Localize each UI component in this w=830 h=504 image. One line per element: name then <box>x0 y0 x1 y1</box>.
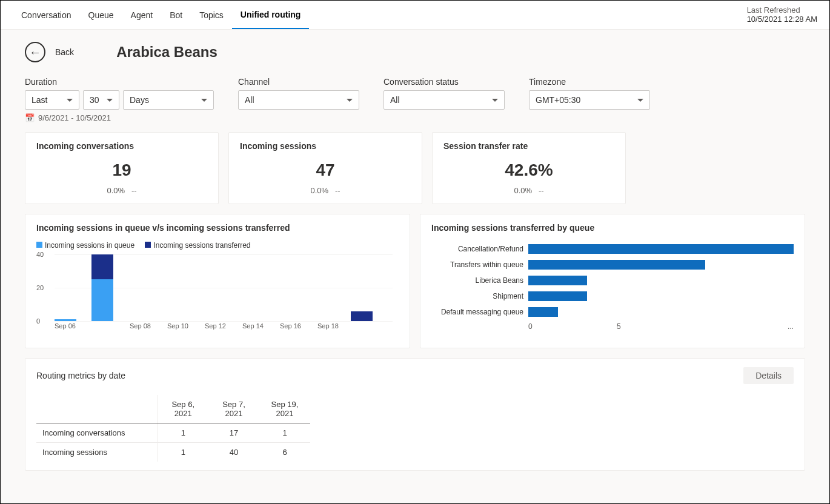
channel-label: Channel <box>238 77 359 87</box>
hbar-fill <box>528 291 587 301</box>
bar-segment <box>91 254 113 279</box>
hbar-fill <box>528 260 705 270</box>
tab-unified-routing[interactable]: Unified routing <box>232 1 310 29</box>
hbar-label: Default messaging queue <box>431 308 528 316</box>
duration-count-select[interactable]: 30 <box>83 90 119 110</box>
duration-label: Duration <box>25 77 214 87</box>
routing-metrics-table: Sep 6, 2021Sep 7, 2021Sep 19, 2021 Incom… <box>36 395 310 462</box>
kpi-incoming-conversations-value: 19 <box>36 161 207 180</box>
tab-topics[interactable]: Topics <box>191 2 232 28</box>
channel-select[interactable]: All <box>238 90 359 110</box>
last-refreshed-value: 10/5/2021 12:28 AM <box>747 15 817 24</box>
conv-status-select[interactable]: All <box>383 90 505 110</box>
hbar-label: Cancellation/Refund <box>431 245 528 253</box>
kpi-incoming-conversations: Incoming conversations 19 0.0% -- <box>25 132 219 204</box>
hbar-label: Shipment <box>431 292 528 300</box>
tab-bot[interactable]: Bot <box>161 2 191 28</box>
hbar-fill <box>528 244 794 254</box>
page-title: Arabica Beans <box>116 44 217 61</box>
back-arrow-icon: ← <box>25 42 45 62</box>
back-label: Back <box>55 47 74 57</box>
timezone-select[interactable]: GMT+05:30 <box>529 90 650 110</box>
routing-metrics-table-card: Routing metrics by date Details Sep 6, 2… <box>25 358 805 471</box>
duration-mode-select[interactable]: Last <box>25 90 79 110</box>
duration-unit-select[interactable]: Days <box>123 90 214 110</box>
conv-status-label: Conversation status <box>383 77 505 87</box>
kpi-session-transfer-rate: Session transfer rate 42.6% 0.0% -- <box>432 132 626 204</box>
legend-swatch-in-queue <box>36 242 42 248</box>
bar-segment <box>91 279 113 321</box>
back-button[interactable]: ← Back <box>25 42 74 62</box>
timezone-label: Timezone <box>529 77 650 87</box>
table-row: Incoming sessions1406 <box>36 443 310 462</box>
legend-swatch-transferred <box>145 242 151 248</box>
hbar-label: Liberica Beans <box>431 276 528 285</box>
chart-transferred-by-queue: Incoming sessions transferred by queue C… <box>420 214 805 348</box>
kpi-incoming-sessions-value: 47 <box>240 161 411 180</box>
chart-sessions-vs-transferred: Incoming sessions in queue v/s incoming … <box>25 214 410 348</box>
last-refreshed: Last Refreshed 10/5/2021 12:28 AM <box>747 5 817 24</box>
tab-bar: Conversation Queue Agent Bot Topics Unif… <box>1 1 829 30</box>
hbar-fill <box>528 307 558 317</box>
kpi-session-transfer-rate-value: 42.6% <box>443 161 614 180</box>
date-range-text: 9/6/2021 - 10/5/2021 <box>38 113 111 122</box>
tab-conversation[interactable]: Conversation <box>13 2 80 28</box>
hbar-label: Transfers within queue <box>431 260 528 269</box>
bar-segment <box>351 311 373 322</box>
kpi-incoming-sessions: Incoming sessions 47 0.0% -- <box>228 132 422 204</box>
tab-agent[interactable]: Agent <box>122 2 162 28</box>
calendar-icon: 📅 <box>25 113 35 122</box>
details-button[interactable]: Details <box>743 367 794 384</box>
hbar-fill <box>528 276 587 285</box>
bar-segment <box>55 319 76 321</box>
table-row: Incoming conversations1171 <box>36 423 310 443</box>
tab-queue[interactable]: Queue <box>80 2 122 28</box>
